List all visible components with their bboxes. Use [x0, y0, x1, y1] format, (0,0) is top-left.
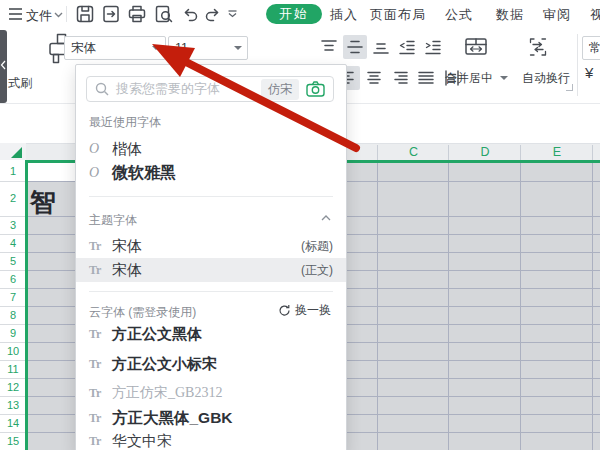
truetype-icon: Tr: [89, 386, 112, 401]
camera-icon[interactable]: [306, 81, 325, 97]
column-header-c[interactable]: C: [377, 145, 449, 160]
divider: [89, 196, 333, 197]
font-name-value: 宋体: [65, 40, 152, 57]
group-expand-mark: [566, 84, 573, 91]
tab-review[interactable]: 审阅: [543, 6, 571, 24]
refresh-fonts-button[interactable]: 换一换: [278, 302, 331, 319]
truetype-icon: Tr: [89, 411, 112, 426]
align-right-button[interactable]: [388, 66, 412, 90]
row-header[interactable]: 12: [0, 380, 26, 394]
tab-formulas[interactable]: 公式: [445, 6, 473, 24]
row-header[interactable]: 9: [0, 326, 26, 340]
align-center-button[interactable]: [362, 66, 386, 90]
refresh-icon: [278, 304, 291, 317]
row-header[interactable]: 14: [0, 416, 26, 430]
menu-bar: 文件 开始 插入 页面布局 公式 数据 审阅 视: [0, 0, 600, 28]
font-item-kaiti[interactable]: O 楷体: [89, 138, 333, 160]
align-middle-button[interactable]: [343, 35, 367, 59]
chevron-left-icon: [0, 60, 7, 70]
font-item-fzgongwenxiaobiaosong[interactable]: Tr 方正公文小标宋: [89, 353, 333, 375]
print-preview-icon[interactable]: [155, 5, 173, 23]
recent-fonts-title: 最近使用字体: [89, 114, 161, 131]
cloud-fonts-title: 云字体 (需登录使用): [89, 304, 196, 321]
tab-view[interactable]: 视: [590, 6, 600, 24]
row-header[interactable]: 1: [0, 164, 26, 178]
theme-fonts-title: 主题字体: [89, 212, 137, 229]
tab-data[interactable]: 数据: [496, 6, 524, 24]
cell-a2-text: 智: [30, 185, 56, 220]
customize-toolbar-icon[interactable]: [227, 10, 245, 28]
truetype-icon: Tr: [89, 434, 112, 449]
currency-button[interactable]: ¥: [585, 64, 593, 81]
row-header[interactable]: 11: [0, 362, 26, 376]
decrease-indent-button[interactable]: [395, 35, 419, 59]
row-header[interactable]: 5: [0, 254, 26, 268]
undo-icon[interactable]: [181, 5, 199, 23]
align-top-button[interactable]: [317, 35, 341, 59]
column-header-d[interactable]: D: [448, 145, 521, 160]
font-item-fzfangsong-gb2312[interactable]: Tr 方正仿宋_GB2312: [89, 382, 333, 404]
tab-page-layout[interactable]: 页面布局: [370, 6, 426, 24]
dropdown-arrow-icon[interactable]: [500, 76, 508, 80]
search-icon: [95, 82, 109, 96]
divider: [89, 291, 333, 292]
dropdown-arrow-icon[interactable]: [152, 46, 160, 50]
divider: [66, 6, 67, 22]
number-format-combo[interactable]: 常: [582, 36, 600, 60]
search-placeholder: 搜索您需要的字体: [116, 80, 261, 98]
row-header[interactable]: 2: [0, 191, 26, 205]
merge-center-icon[interactable]: [465, 37, 487, 57]
divider: [577, 34, 578, 96]
align-bottom-button[interactable]: [369, 35, 393, 59]
print-icon[interactable]: [128, 5, 146, 23]
font-size-value: 11: [169, 41, 234, 55]
row-header[interactable]: 6: [0, 272, 26, 286]
truetype-icon: Tr: [89, 239, 112, 254]
row-header[interactable]: 15: [0, 434, 26, 448]
font-item-msyahei[interactable]: O 微软雅黑: [89, 162, 333, 184]
truetype-icon: Tr: [89, 327, 112, 342]
font-dropdown-panel: 搜索您需要的字体 仿宋 最近使用字体 O 楷体 O 微软雅黑 主题字体 Tr 宋…: [75, 64, 347, 450]
row-header[interactable]: 7: [0, 290, 26, 304]
increase-indent-button[interactable]: [421, 35, 445, 59]
row-header[interactable]: 10: [0, 344, 26, 358]
font-search-input[interactable]: 搜索您需要的字体 仿宋: [86, 76, 334, 102]
font-name-combo[interactable]: 宋体: [64, 36, 166, 60]
merge-center-label[interactable]: 合并居中: [445, 70, 493, 87]
row-header[interactable]: 8: [0, 308, 26, 322]
redo-icon[interactable]: [204, 5, 222, 23]
export-icon[interactable]: [102, 5, 120, 23]
format-painter-label[interactable]: 式刷: [8, 75, 32, 92]
opentype-icon: O: [89, 141, 112, 157]
column-header-partial[interactable]: [592, 145, 600, 160]
font-size-combo[interactable]: 11: [168, 36, 248, 60]
tab-home[interactable]: 开始: [266, 4, 322, 24]
file-menu[interactable]: 文件: [26, 7, 52, 25]
font-item-fzgongwenheiti[interactable]: Tr 方正公文黑体: [89, 323, 333, 345]
row-header[interactable]: 4: [0, 236, 26, 250]
hamburger-icon[interactable]: [8, 7, 26, 25]
font-item-huawenzhongsong[interactable]: Tr 华文中宋: [89, 430, 333, 450]
font-item-songti-body[interactable]: Tr 宋体 (正文): [89, 259, 333, 281]
align-justify-button[interactable]: [414, 66, 438, 90]
dropdown-arrow-icon[interactable]: [234, 46, 242, 50]
opentype-icon: O: [89, 165, 112, 181]
wrap-text-label[interactable]: 自动换行: [522, 70, 570, 87]
tab-insert[interactable]: 插入: [330, 6, 358, 24]
wrap-text-icon[interactable]: [528, 37, 548, 57]
select-all-triangle-icon: [11, 147, 22, 158]
collapse-chevron-icon[interactable]: [321, 215, 331, 221]
side-panel-handle[interactable]: [0, 30, 7, 103]
truetype-icon: Tr: [89, 263, 112, 278]
font-item-songti-title[interactable]: Tr 宋体 (标题): [89, 235, 333, 257]
save-icon[interactable]: [76, 5, 94, 23]
font-item-fzdaheiti-gbk[interactable]: Tr 方正大黑体_GBK: [89, 407, 333, 429]
row-header[interactable]: 3: [0, 218, 26, 232]
column-header-e[interactable]: E: [520, 145, 593, 160]
row-header[interactable]: 13: [0, 398, 26, 412]
search-tag[interactable]: 仿宋: [261, 79, 299, 100]
truetype-icon: Tr: [89, 357, 112, 372]
number-format-value: 常: [583, 40, 600, 57]
